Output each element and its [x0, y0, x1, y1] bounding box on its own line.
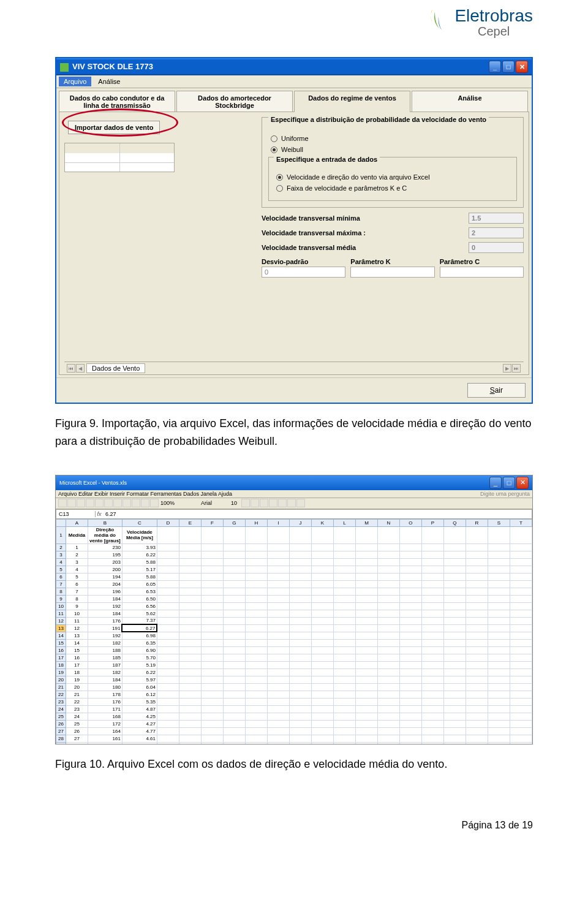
- label-vt-min: Velocidade transversal mínima: [262, 214, 469, 222]
- close-button[interactable]: ✕: [516, 61, 528, 73]
- excel-grid[interactable]: ABCDEFGHIJKLMNOPQRST1MedidaDireção média…: [56, 519, 532, 744]
- excel-menubar[interactable]: Arquivo Editar Exibir Inserir Formatar F…: [56, 490, 532, 498]
- menubar[interactable]: Arquivo Análise: [56, 75, 532, 88]
- sheet-nav-first-icon[interactable]: ⏮: [67, 364, 75, 373]
- legend-entrada: Especifique a entrada de dados: [274, 156, 380, 163]
- excel-min-icon[interactable]: _: [489, 477, 502, 489]
- row-vt-max: Velocidade transversal máxima : 2: [262, 227, 524, 238]
- label-pc: Parâmetro C: [440, 258, 524, 265]
- radio-uniforme[interactable]: Uniforme: [271, 135, 517, 142]
- label-pk: Parâmetro K: [350, 258, 434, 265]
- radio-faixa[interactable]: Faixa de velocidade e parâmetros K e C: [276, 184, 511, 192]
- page-header: Eletrobras Cepel: [55, 6, 533, 39]
- excel-screenshot: Microsoft Excel - Ventos.xls _ □ ✕ Arqui…: [55, 475, 533, 744]
- excel-close-icon[interactable]: ✕: [516, 477, 529, 489]
- titlebar[interactable]: VIV STOCK DLE 1773 _ □ ✕: [56, 58, 532, 75]
- label-vt-med: Velocidade transversal média: [262, 244, 469, 251]
- input-dp[interactable]: 0: [262, 267, 345, 278]
- sheet-nav-prev-icon[interactable]: ◀: [76, 364, 85, 373]
- menu-analise[interactable]: Análise: [93, 77, 125, 86]
- excel-cell-name[interactable]: C13: [59, 511, 96, 517]
- app-icon: [60, 63, 69, 72]
- logo-sub: Cepel: [454, 25, 533, 39]
- radio-via-excel[interactable]: Velocidade e direção do vento via arquiv…: [276, 173, 511, 181]
- fieldset-entrada: Especifique a entrada de dados Velocidad…: [268, 157, 517, 201]
- tab-analise[interactable]: Análise: [412, 91, 528, 112]
- row-vt-med: Velocidade transversal média 0: [262, 242, 524, 253]
- sheet-tabs: ⏮ ◀ Dados de Vento ▶ ⏭: [64, 362, 524, 374]
- radio-weibull[interactable]: Weibull: [271, 146, 517, 153]
- page-footer: Página 13 de 19: [55, 820, 533, 831]
- tab-ventos[interactable]: Dados do regime de ventos: [294, 91, 410, 112]
- input-pk[interactable]: [350, 267, 434, 278]
- window-title: VIV STOCK DLE 1773: [72, 62, 153, 71]
- tab-content: Importar dados de vento Especifique a di…: [59, 112, 529, 375]
- col-pc: Parâmetro C: [440, 258, 524, 278]
- col-pk: Parâmetro K: [350, 258, 434, 278]
- input-vt-med[interactable]: 0: [469, 242, 524, 253]
- tab-cabo[interactable]: Dados do cabo condutor e da linha de tra…: [59, 91, 175, 112]
- col-dp: Desvio-padrão 0: [262, 258, 345, 278]
- excel-ask-box[interactable]: Digite uma pergunta: [480, 491, 530, 497]
- fx-icon[interactable]: fx: [96, 511, 103, 517]
- excel-fontsize[interactable]: 10: [231, 500, 237, 506]
- excel-max-icon[interactable]: □: [503, 477, 515, 489]
- excel-formula-bar[interactable]: C13 fx 6.27: [56, 509, 532, 519]
- sheet-nav-next-icon[interactable]: ▶: [503, 364, 511, 373]
- tab-amortecedor[interactable]: Dados do amortecedor Stockbridge: [176, 91, 293, 112]
- figure-9-caption: Figura 9. Importação, via arquivo Excel,…: [55, 415, 533, 450]
- menu-arquivo[interactable]: Arquivo: [59, 77, 91, 86]
- import-wind-button[interactable]: Importar dados de vento: [68, 121, 160, 134]
- data-grid-empty[interactable]: [64, 143, 175, 172]
- excel-cell-value[interactable]: 6.27: [103, 511, 529, 517]
- fieldset-distribuicao: Especifique a distribuição de probabilid…: [262, 117, 524, 208]
- legend-dist: Especifique a distribuição de probabilid…: [268, 116, 489, 123]
- maximize-button[interactable]: □: [502, 61, 514, 73]
- input-vt-min[interactable]: 1.5: [469, 213, 524, 224]
- label-dp: Desvio-padrão: [262, 258, 345, 265]
- tabs: Dados do cabo condutor e da linha de tra…: [56, 88, 532, 112]
- logo-brand: Eletrobras: [454, 6, 533, 26]
- label-vt-max: Velocidade transversal máxima :: [262, 229, 469, 237]
- input-vt-max[interactable]: 2: [469, 227, 524, 238]
- eletrobras-logo-icon: [426, 8, 448, 37]
- exit-button[interactable]: Sair: [467, 383, 526, 398]
- row-vt-min: Velocidade transversal mínima 1.5: [262, 213, 524, 224]
- app-window: VIV STOCK DLE 1773 _ □ ✕ Arquivo Análise…: [55, 57, 533, 404]
- excel-title-text: Microsoft Excel - Ventos.xls: [59, 480, 127, 486]
- excel-toolbar-1[interactable]: 100% Arial 10: [56, 498, 532, 509]
- excel-font[interactable]: Arial: [201, 500, 212, 506]
- excel-titlebar: Microsoft Excel - Ventos.xls _ □ ✕: [56, 475, 532, 490]
- minimize-button[interactable]: _: [489, 61, 501, 73]
- input-pc[interactable]: [440, 267, 524, 278]
- sheet-nav-last-icon[interactable]: ⏭: [512, 364, 521, 373]
- window-footer: Sair: [56, 377, 532, 403]
- figure-10-caption: Figura 10. Arquivo Excel com os dados de…: [55, 758, 533, 771]
- sheet-tab-dados[interactable]: Dados de Vento: [86, 363, 145, 373]
